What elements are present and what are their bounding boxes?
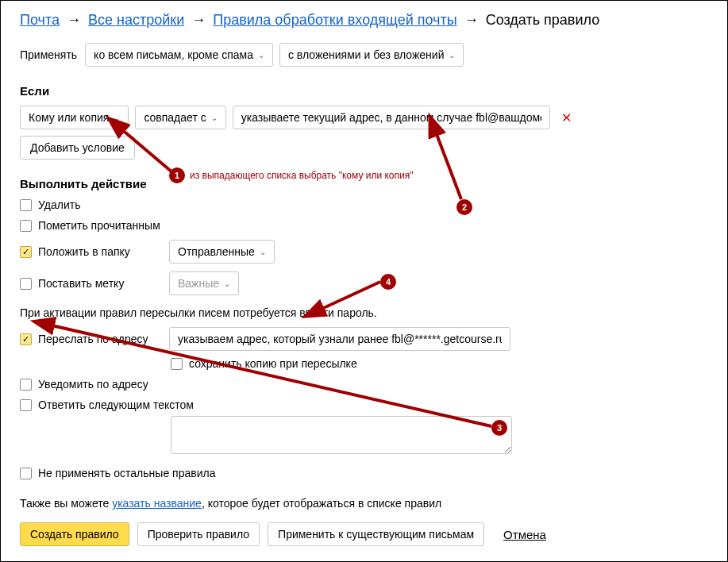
reply-checkbox[interactable] (20, 399, 32, 411)
condition-op-value: совпадает с (144, 111, 206, 124)
delete-label: Удалить (38, 198, 80, 211)
apply-existing-button[interactable]: Применить к существующим письмам (268, 522, 484, 546)
folder-select[interactable]: Отправленные ⌄ (169, 240, 275, 264)
check-rule-button[interactable]: Проверить правило (137, 522, 260, 546)
keepcopy-label: сохранить копию при пересылке (189, 357, 357, 370)
chevron-down-icon: ⌄ (211, 114, 218, 122)
notify-checkbox[interactable] (20, 379, 32, 391)
label-value: Важные (178, 277, 219, 290)
markread-checkbox[interactable] (20, 220, 32, 232)
keepcopy-checkbox[interactable] (171, 358, 183, 370)
putfolder-label: Положить в папку (38, 245, 130, 258)
breadcrumb-settings[interactable]: Все настройки (88, 12, 184, 28)
breadcrumb: Почта → Все настройки → Правила обработк… (20, 12, 708, 29)
remove-condition-icon[interactable]: ✕ (561, 110, 572, 125)
cancel-link[interactable]: Отмена (503, 528, 546, 541)
apply-scope-value: ко всем письмам, кроме спама (94, 48, 253, 61)
arrow-icon: → (67, 12, 81, 28)
apply-scope-select[interactable]: ко всем письмам, кроме спама ⌄ (85, 43, 273, 67)
putfolder-checkbox[interactable]: ✓ (20, 246, 32, 258)
chevron-down-icon: ⌄ (449, 51, 455, 60)
condition-value-input[interactable] (233, 106, 550, 129)
breadcrumb-rules[interactable]: Правила обработки входящей почты (213, 12, 456, 28)
chevron-down-icon: ⌄ (258, 51, 264, 60)
forward-label: Переслать по адресу (38, 333, 148, 345)
stoprules-checkbox[interactable] (20, 468, 32, 479)
markread-label: Пометить прочитанным (38, 219, 160, 232)
setlabel-label: Поставить метку (38, 277, 124, 290)
setlabel-checkbox[interactable] (20, 278, 32, 290)
forward-note: При активации правил пересылки писем пот… (20, 306, 708, 319)
forward-checkbox[interactable]: ✓ (20, 333, 32, 345)
chevron-down-icon: ⌄ (260, 248, 266, 256)
stoprules-label: Не применять остальные правила (38, 467, 215, 479)
footer-note: Также вы можете указать название, которо… (20, 497, 708, 510)
reply-textarea[interactable] (171, 416, 512, 454)
if-title: Если (20, 84, 708, 98)
action-title: Выполнить действие (20, 177, 708, 191)
apply-attachments-select[interactable]: с вложениями и без вложений ⌄ (279, 43, 464, 67)
delete-checkbox[interactable] (20, 199, 32, 211)
label-select[interactable]: Важные ⌄ (169, 271, 239, 295)
create-rule-button[interactable]: Создать правило (20, 522, 129, 546)
arrow-icon: → (191, 12, 206, 28)
chevron-down-icon: ⌄ (114, 114, 120, 122)
condition-field-value: Кому или копия (29, 111, 109, 124)
breadcrumb-current: Создать правило (486, 12, 600, 28)
add-condition-button[interactable]: Добавить условие (20, 136, 135, 160)
arrow-icon: → (464, 12, 479, 28)
forward-address-input[interactable] (169, 327, 510, 351)
chevron-down-icon: ⌄ (224, 279, 230, 288)
reply-label: Ответить следующим текстом (38, 398, 194, 411)
apply-label: Применять (20, 48, 77, 61)
condition-op-select[interactable]: совпадает с ⌄ (135, 106, 225, 129)
set-name-link[interactable]: указать название (112, 497, 202, 510)
apply-attachments-value: с вложениями и без вложений (288, 48, 445, 61)
breadcrumb-mail[interactable]: Почта (20, 12, 60, 28)
folder-value: Отправленные (178, 245, 255, 258)
condition-field-select[interactable]: Кому или копия ⌄ (20, 106, 129, 129)
notify-label: Уведомить по адресу (38, 378, 148, 391)
